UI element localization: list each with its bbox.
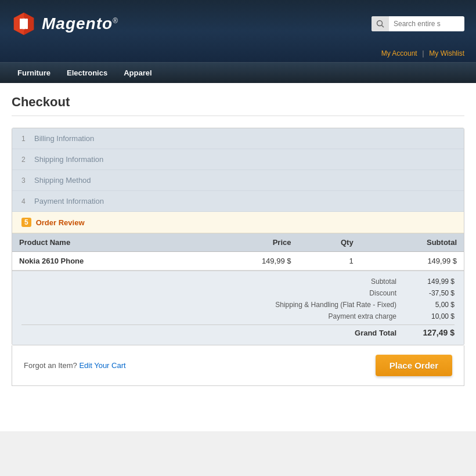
- step-label: Payment Information: [34, 197, 104, 205]
- total-row: Shipping & Handling (Flat Rate - Fixed) …: [21, 299, 455, 311]
- total-value: 10,00 $: [408, 312, 455, 320]
- step-label: Shipping Information: [34, 155, 103, 164]
- nav-item-furniture[interactable]: Furniture: [9, 63, 59, 83]
- link-separator: |: [422, 49, 424, 57]
- checkout-step-1[interactable]: 1 Billing Information: [12, 128, 464, 149]
- checkout-step-2[interactable]: 2 Shipping Information: [12, 149, 464, 170]
- grand-total-row: Grand Total 127,49 $: [21, 324, 455, 340]
- checkout-step-4[interactable]: 4 Payment Information: [12, 191, 464, 212]
- search-input[interactable]: [389, 16, 459, 31]
- edit-cart-link[interactable]: Edit Your Cart: [79, 361, 125, 370]
- step-label-active: Order Review: [36, 218, 85, 227]
- col-price: Price: [196, 233, 298, 252]
- svg-line-8: [382, 26, 384, 28]
- cell-subtotal: 149,99 $: [360, 252, 464, 271]
- nav-bar: FurnitureElectronicsApparel: [0, 62, 476, 83]
- svg-rect-4: [22, 19, 26, 29]
- logo-text: Magento®: [42, 15, 118, 33]
- col-product: Product Name: [12, 233, 196, 252]
- step-label: Shipping Method: [34, 176, 91, 185]
- forgot-text: Forgot an Item? Edit Your Cart: [24, 361, 126, 370]
- total-row: Discount -37,50 $: [21, 287, 455, 299]
- order-table-header: Product Name Price Qty Subtotal: [12, 233, 464, 252]
- step-number: 1: [21, 135, 30, 143]
- search-area: [372, 16, 464, 31]
- total-label: Payment extra charge: [280, 312, 396, 320]
- order-table-body: Nokia 2610 Phone 149,99 $ 1 149,99 $: [12, 252, 464, 271]
- my-account-link[interactable]: My Account: [381, 49, 417, 57]
- cell-product: Nokia 2610 Phone: [12, 252, 196, 271]
- step-number: 4: [21, 197, 30, 205]
- header-links: My Account | My Wishlist: [0, 46, 476, 62]
- header-top: Magento®: [0, 0, 476, 46]
- nav-item-electronics[interactable]: Electronics: [59, 63, 116, 83]
- header: Magento® My Account | My Wishlist: [0, 0, 476, 62]
- total-value: 149,99 $: [408, 277, 455, 286]
- checkout-step-3[interactable]: 3 Shipping Method: [12, 170, 464, 191]
- total-row: Payment extra charge 10,00 $: [21, 311, 455, 322]
- total-label: Subtotal: [280, 277, 396, 286]
- col-subtotal: Subtotal: [360, 233, 464, 252]
- svg-rect-6: [26, 19, 28, 29]
- step-number: 2: [21, 156, 30, 164]
- svg-rect-5: [20, 19, 22, 29]
- step-number: 3: [21, 176, 30, 185]
- logo-area: Magento®: [12, 12, 118, 36]
- magento-logo-icon: [12, 12, 36, 36]
- page-title: Checkout: [12, 95, 464, 116]
- search-icon: [372, 16, 389, 31]
- step-number-active: 5: [21, 218, 31, 227]
- checkout-steps: 1 Billing Information 2 Shipping Informa…: [12, 128, 464, 233]
- total-label: Shipping & Handling (Flat Rate - Fixed): [275, 301, 396, 309]
- total-value: 5,00 $: [408, 301, 455, 309]
- page-content: Checkout 1 Billing Information 2 Shippin…: [0, 83, 476, 431]
- col-qty: Qty: [298, 233, 360, 252]
- grand-total-value: 127,49 $: [408, 328, 455, 337]
- svg-point-7: [377, 21, 383, 26]
- total-value: -37,50 $: [408, 289, 455, 297]
- place-order-button[interactable]: Place Order: [376, 355, 452, 376]
- table-row: Nokia 2610 Phone 149,99 $ 1 149,99 $: [12, 252, 464, 271]
- checkout-footer: Forgot an Item? Edit Your Cart Place Ord…: [12, 345, 464, 386]
- page-footer: [0, 431, 476, 455]
- total-row: Subtotal 149,99 $: [21, 276, 455, 287]
- forgot-label: Forgot an Item?: [24, 361, 77, 370]
- grand-total-label: Grand Total: [280, 329, 396, 337]
- nav-item-apparel[interactable]: Apparel: [116, 63, 160, 83]
- totals-section: Subtotal 149,99 $ Discount -37,50 $ Ship…: [12, 271, 464, 345]
- checkout-container: 1 Billing Information 2 Shipping Informa…: [12, 128, 464, 345]
- step-label: Billing Information: [34, 134, 94, 143]
- my-wishlist-link[interactable]: My Wishlist: [429, 49, 464, 57]
- order-table: Product Name Price Qty Subtotal Nokia 26…: [12, 233, 464, 271]
- total-label: Discount: [280, 289, 396, 297]
- checkout-step-5[interactable]: 5 Order Review: [12, 212, 464, 233]
- cell-price: 149,99 $: [196, 252, 298, 271]
- cell-qty: 1: [298, 252, 360, 271]
